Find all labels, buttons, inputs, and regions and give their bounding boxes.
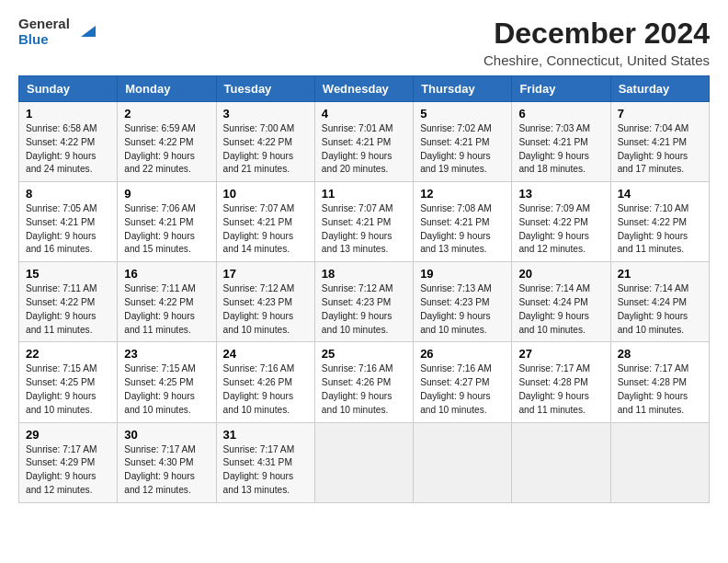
calendar-cell: 24 Sunrise: 7:16 AMSunset: 4:26 PMDaylig… [216, 342, 314, 422]
calendar-cell: 22 Sunrise: 7:15 AMSunset: 4:25 PMDaylig… [19, 342, 118, 422]
logo-shape-icon [75, 20, 96, 40]
day-info: Sunrise: 7:13 AMSunset: 4:23 PMDaylight:… [420, 283, 492, 334]
day-number: 25 [322, 347, 406, 361]
day-info: Sunrise: 7:03 AMSunset: 4:21 PMDaylight:… [518, 123, 590, 174]
calendar-cell [512, 422, 610, 502]
day-number: 23 [124, 347, 209, 361]
calendar-cell: 26 Sunrise: 7:16 AMSunset: 4:27 PMDaylig… [414, 342, 512, 422]
calendar-table: SundayMondayTuesdayWednesdayThursdayFrid… [18, 75, 710, 503]
day-info: Sunrise: 7:08 AMSunset: 4:21 PMDaylight:… [420, 203, 492, 254]
day-number: 16 [124, 267, 209, 281]
calendar-cell: 17 Sunrise: 7:12 AMSunset: 4:23 PMDaylig… [216, 262, 314, 342]
calendar-cell [314, 422, 413, 502]
calendar-cell: 31 Sunrise: 7:17 AMSunset: 4:31 PMDaylig… [216, 422, 314, 502]
day-number: 10 [223, 187, 308, 201]
calendar-cell: 1 Sunrise: 6:58 AMSunset: 4:22 PMDayligh… [19, 102, 118, 182]
day-number: 18 [322, 267, 406, 281]
day-info: Sunrise: 7:17 AMSunset: 4:29 PMDaylight:… [26, 444, 97, 495]
day-number: 17 [223, 267, 308, 281]
calendar-header-wednesday: Wednesday [314, 76, 413, 102]
day-info: Sunrise: 7:11 AMSunset: 4:22 PMDaylight:… [26, 283, 97, 334]
day-number: 28 [618, 347, 702, 361]
calendar-cell: 23 Sunrise: 7:15 AMSunset: 4:25 PMDaylig… [118, 342, 216, 422]
day-number: 19 [420, 267, 505, 281]
calendar-header-friday: Friday [512, 76, 610, 102]
day-info: Sunrise: 7:05 AMSunset: 4:21 PMDaylight:… [26, 203, 97, 254]
calendar-cell: 28 Sunrise: 7:17 AMSunset: 4:28 PMDaylig… [610, 342, 709, 422]
day-info: Sunrise: 7:16 AMSunset: 4:27 PMDaylight:… [420, 363, 492, 414]
calendar-cell: 4 Sunrise: 7:01 AMSunset: 4:21 PMDayligh… [314, 102, 413, 182]
day-info: Sunrise: 7:10 AMSunset: 4:22 PMDaylight:… [618, 203, 689, 254]
calendar-cell: 13 Sunrise: 7:09 AMSunset: 4:22 PMDaylig… [512, 182, 610, 262]
calendar-cell: 20 Sunrise: 7:14 AMSunset: 4:24 PMDaylig… [512, 262, 610, 342]
day-info: Sunrise: 7:12 AMSunset: 4:23 PMDaylight:… [223, 283, 295, 334]
day-info: Sunrise: 7:11 AMSunset: 4:22 PMDaylight:… [124, 283, 196, 334]
day-info: Sunrise: 7:07 AMSunset: 4:21 PMDaylight:… [322, 203, 393, 254]
calendar-cell: 15 Sunrise: 7:11 AMSunset: 4:22 PMDaylig… [19, 262, 118, 342]
day-number: 21 [618, 267, 702, 281]
calendar-cell: 19 Sunrise: 7:13 AMSunset: 4:23 PMDaylig… [414, 262, 512, 342]
calendar-cell [610, 422, 709, 502]
day-number: 5 [420, 107, 505, 121]
day-number: 30 [124, 428, 209, 442]
day-number: 15 [26, 267, 110, 281]
calendar-cell: 21 Sunrise: 7:14 AMSunset: 4:24 PMDaylig… [610, 262, 709, 342]
day-info: Sunrise: 7:09 AMSunset: 4:22 PMDaylight:… [518, 203, 590, 254]
subtitle: Cheshire, Connecticut, United States [483, 52, 710, 68]
day-info: Sunrise: 7:16 AMSunset: 4:26 PMDaylight:… [223, 363, 295, 414]
day-number: 27 [518, 347, 603, 361]
day-number: 31 [223, 428, 308, 442]
calendar-cell: 16 Sunrise: 7:11 AMSunset: 4:22 PMDaylig… [118, 262, 216, 342]
calendar-cell: 11 Sunrise: 7:07 AMSunset: 4:21 PMDaylig… [314, 182, 413, 262]
day-number: 29 [26, 428, 110, 442]
day-info: Sunrise: 6:59 AMSunset: 4:22 PMDaylight:… [124, 123, 196, 174]
page: General Blue December 2024 Cheshire, Con… [0, 0, 728, 512]
day-info: Sunrise: 7:00 AMSunset: 4:22 PMDaylight:… [223, 123, 295, 174]
day-info: Sunrise: 7:06 AMSunset: 4:21 PMDaylight:… [124, 203, 196, 254]
day-number: 4 [322, 107, 406, 121]
day-number: 6 [518, 107, 603, 121]
day-number: 1 [26, 107, 110, 121]
day-info: Sunrise: 7:15 AMSunset: 4:25 PMDaylight:… [26, 363, 97, 414]
calendar-cell: 30 Sunrise: 7:17 AMSunset: 4:30 PMDaylig… [118, 422, 216, 502]
calendar-header-monday: Monday [118, 76, 216, 102]
calendar-cell: 25 Sunrise: 7:16 AMSunset: 4:26 PMDaylig… [314, 342, 413, 422]
calendar-cell: 14 Sunrise: 7:10 AMSunset: 4:22 PMDaylig… [610, 182, 709, 262]
calendar-cell: 12 Sunrise: 7:08 AMSunset: 4:21 PMDaylig… [414, 182, 512, 262]
main-title: December 2024 [483, 17, 710, 51]
day-info: Sunrise: 7:01 AMSunset: 4:21 PMDaylight:… [322, 123, 393, 174]
day-number: 9 [124, 187, 209, 201]
day-number: 13 [518, 187, 603, 201]
calendar-cell [414, 422, 512, 502]
day-number: 12 [420, 187, 505, 201]
svg-marker-0 [81, 26, 96, 37]
day-number: 3 [223, 107, 308, 121]
day-number: 11 [322, 187, 406, 201]
day-info: Sunrise: 7:17 AMSunset: 4:31 PMDaylight:… [223, 444, 295, 495]
day-info: Sunrise: 7:15 AMSunset: 4:25 PMDaylight:… [124, 363, 196, 414]
day-info: Sunrise: 7:12 AMSunset: 4:23 PMDaylight:… [322, 283, 393, 334]
calendar-cell: 18 Sunrise: 7:12 AMSunset: 4:23 PMDaylig… [314, 262, 413, 342]
day-number: 20 [518, 267, 603, 281]
day-number: 22 [26, 347, 110, 361]
calendar-header-saturday: Saturday [610, 76, 709, 102]
calendar-cell: 10 Sunrise: 7:07 AMSunset: 4:21 PMDaylig… [216, 182, 314, 262]
logo-text: General Blue [18, 17, 70, 47]
day-info: Sunrise: 7:14 AMSunset: 4:24 PMDaylight:… [618, 283, 689, 334]
day-info: Sunrise: 7:02 AMSunset: 4:21 PMDaylight:… [420, 123, 492, 174]
calendar-header-tuesday: Tuesday [216, 76, 314, 102]
day-number: 7 [618, 107, 702, 121]
day-info: Sunrise: 7:07 AMSunset: 4:21 PMDaylight:… [223, 203, 295, 254]
day-number: 8 [26, 187, 110, 201]
calendar-cell: 7 Sunrise: 7:04 AMSunset: 4:21 PMDayligh… [610, 102, 709, 182]
logo-blue: Blue [18, 32, 70, 48]
day-number: 24 [223, 347, 308, 361]
calendar-cell: 27 Sunrise: 7:17 AMSunset: 4:28 PMDaylig… [512, 342, 610, 422]
calendar-cell: 29 Sunrise: 7:17 AMSunset: 4:29 PMDaylig… [19, 422, 118, 502]
calendar-cell: 5 Sunrise: 7:02 AMSunset: 4:21 PMDayligh… [414, 102, 512, 182]
day-info: Sunrise: 7:16 AMSunset: 4:26 PMDaylight:… [322, 363, 393, 414]
calendar-cell: 9 Sunrise: 7:06 AMSunset: 4:21 PMDayligh… [118, 182, 216, 262]
logo: General Blue [18, 17, 96, 47]
day-info: Sunrise: 7:17 AMSunset: 4:30 PMDaylight:… [124, 444, 196, 495]
calendar-cell: 8 Sunrise: 7:05 AMSunset: 4:21 PMDayligh… [19, 182, 118, 262]
